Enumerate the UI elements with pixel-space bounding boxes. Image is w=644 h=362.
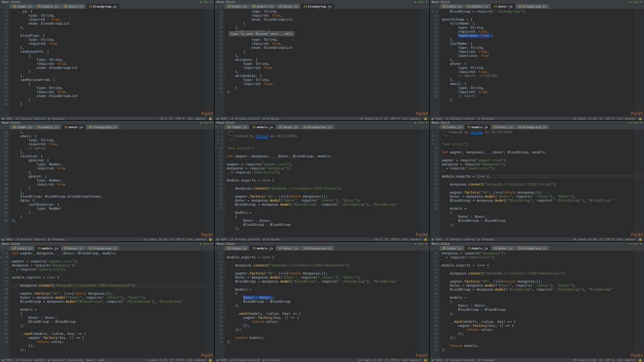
tab-bloodgroup-js[interactable]: JSbloodgroup.js [301, 246, 334, 250]
run-button[interactable]: ▶ Run [200, 242, 209, 245]
minimap[interactable] [420, 130, 429, 237]
terminal-tool[interactable]: ▤ Terminal [478, 238, 495, 241]
git-branch[interactable]: Git: master [402, 238, 420, 241]
tab-donor-js[interactable]: JSdonor.js [491, 125, 515, 129]
code-content[interactable]: BloodGroup = require("./bloodgroup"); do… [440, 9, 644, 116]
code-editor[interactable]: 12 13 14 15 16 17 18 19 20 21 22 23 24 2… [215, 251, 429, 358]
tab-donor-js[interactable]: JSdonor.js [61, 4, 85, 9]
tab-models-js[interactable]: JSmodels.js [35, 4, 61, 9]
code-editor[interactable]: 25 26 27 28 29 30 31 32 33 34 35 36 37 3… [215, 9, 429, 116]
code-content[interactable]: mongoose = require("mongoose"); _ = requ… [440, 251, 644, 358]
todo-tool[interactable]: ▣ TODO [2, 358, 12, 361]
minimap[interactable] [634, 9, 643, 116]
terminal-tool[interactable]: ▤ Terminal [263, 117, 280, 120]
version-control-tool[interactable]: ⎇ Version Control [445, 358, 475, 361]
version-control-tool[interactable]: ⎇ Version Control [15, 238, 45, 241]
version-control-tool[interactable]: ⎇ Version Control [230, 358, 260, 361]
tab-bloodgroup-js[interactable]: JSbloodgroup.js [516, 246, 549, 250]
tab-donor-js[interactable]: JSdonor.js [61, 125, 85, 129]
minimap[interactable] [634, 251, 643, 358]
todo-tool[interactable]: ▣ TODO [432, 358, 442, 361]
run-button[interactable]: ▶ Run [415, 121, 424, 124]
minimap[interactable] [205, 251, 214, 358]
encoding[interactable]: UTF-8 [606, 358, 614, 361]
terminal-tool[interactable]: ▤ Terminal [48, 238, 65, 241]
tab-models-js[interactable]: JSmodels.js [35, 246, 61, 250]
lock-icon[interactable]: 🔒 [638, 358, 642, 361]
tab-models-js[interactable]: JSmodels.js [249, 4, 275, 9]
code-editor[interactable]: 26 27 28 29 30 31 32 33 34 35 36 37 38 3… [0, 130, 214, 237]
code-content[interactable]: /** * Created by chrisp on 24/12/2016. *… [225, 130, 429, 237]
tab-bloodgroup-js[interactable]: JSbloodgroup.js [86, 246, 119, 250]
tab-donor-js[interactable]: JSdonor.js [491, 4, 515, 9]
lock-icon[interactable]: 🔒 [209, 358, 212, 361]
code-content[interactable]: _id: { type: String, required : true, en… [10, 9, 214, 116]
run-button[interactable]: ▶ Run [200, 121, 209, 124]
tab-models-js[interactable]: JSmodels.js [465, 125, 491, 129]
lock-icon[interactable]: 🔒 [638, 238, 642, 241]
search-icon[interactable]: ⌕ [211, 242, 213, 245]
code-editor[interactable]: 10 11 12 13 14 15 16 17 18 19 20 21 22 2… [430, 251, 644, 358]
terminal-tool[interactable]: ▤ Terminal [48, 117, 65, 120]
git-branch[interactable]: Git: master [188, 358, 206, 361]
git-branch[interactable]: Git: master [402, 358, 420, 361]
code-content[interactable]: let wagner, mongoose, _ ,Donor, BloodGro… [10, 251, 214, 358]
code-content[interactable]: * Created by chrisp on 24/12/2016. */ "u… [440, 130, 644, 237]
encoding[interactable]: UTF-8 [176, 358, 185, 361]
search-icon[interactable]: ⌕ [211, 0, 213, 4]
search-icon[interactable]: ⌕ [640, 121, 642, 124]
tab-donor-js[interactable]: JSdonor.js [276, 246, 300, 250]
code-editor[interactable]: 8 9 10 11 12 13 14 15 16 17 18 19 20 21 … [430, 9, 644, 116]
tab-models-js[interactable]: JSmodels.js [465, 4, 491, 9]
tab-donor-js[interactable]: JSdonor.js [61, 246, 85, 250]
run-button[interactable]: ▶ Run [415, 242, 424, 245]
search-icon[interactable]: ⌕ [425, 242, 427, 245]
terminal-tool[interactable]: ▤ Terminal [478, 117, 495, 120]
run-button[interactable]: ▶ Run [629, 121, 638, 124]
terminal-tool[interactable]: ▤ Terminal [263, 238, 280, 241]
line-ending[interactable]: LF [385, 117, 388, 120]
git-branch[interactable]: Git: master [617, 238, 635, 241]
tab-bloodgroup-js[interactable]: JSbloodgroup.js [86, 125, 119, 129]
version-control-tool[interactable]: ⎇ Version Control [445, 238, 475, 241]
tab-bloodgroup-js[interactable]: JSbloodgroup.js [516, 125, 549, 129]
encoding[interactable]: UTF-8 [606, 117, 614, 120]
line-ending[interactable]: LF [385, 358, 388, 361]
minimap[interactable] [420, 251, 429, 358]
code-editor[interactable]: 1 2 3 4 5 6 7 8 9 10 11 12 13 14 15 16 1… [215, 130, 429, 237]
tab-bloodgroup-js[interactable]: JSbloodgroup.js [516, 4, 549, 9]
encoding[interactable]: UTF-8 [391, 238, 400, 241]
search-icon[interactable]: ⌕ [425, 0, 427, 4]
encoding[interactable]: UTF-8 [391, 358, 400, 361]
tab-index-js[interactable]: JSindex.js [225, 125, 249, 129]
tab-index-js[interactable]: JSindex.js [225, 4, 249, 9]
terminal-tool[interactable]: ▤ Terminal [263, 358, 280, 361]
tab-index-js[interactable]: JSindex.js [10, 4, 34, 9]
version-control-tool[interactable]: ⎇ Version Control [15, 117, 45, 120]
code-editor[interactable]: 11 12 13 14 15 16 17 18 19 20 21 22 23 2… [0, 9, 214, 116]
run-button[interactable]: ▶ Run [200, 0, 209, 4]
todo-tool[interactable]: ▣ TODO [217, 117, 227, 120]
todo-tool[interactable]: ▣ TODO [432, 117, 442, 120]
todo-tool[interactable]: ▣ TODO [2, 238, 12, 241]
git-branch[interactable]: Git: master [188, 238, 206, 241]
search-icon[interactable]: ⌕ [425, 121, 427, 124]
version-control-tool[interactable]: ⎇ Version Control [445, 117, 475, 120]
tab-donor-js[interactable]: JSdonor.js [276, 4, 300, 9]
tab-index-js[interactable]: JSindex.js [10, 246, 34, 250]
tab-bloodgroup-js[interactable]: JSbloodgroup.js [301, 125, 334, 129]
encoding[interactable]: UTF-8 [176, 117, 185, 120]
version-control-tool[interactable]: ⎇ Version Control [230, 238, 260, 241]
code-editor[interactable]: 2 3 4 5 6 7 8 9 10 11 12 13 14 15 16 17 … [430, 130, 644, 237]
minimap[interactable] [420, 9, 429, 116]
lock-icon[interactable]: 🔒 [424, 238, 427, 241]
tab-index-js[interactable]: JSindex.js [225, 246, 249, 250]
tab-index-js[interactable]: JSindex.js [440, 246, 464, 250]
search-icon[interactable]: ⌕ [640, 242, 642, 245]
tab-index-js[interactable]: JSindex.js [440, 125, 464, 129]
line-ending[interactable]: LF [385, 238, 388, 241]
code-content[interactable]: }, email: { type: String, required: true… [10, 130, 214, 237]
lock-icon[interactable]: 🔒 [638, 117, 642, 120]
line-ending[interactable]: LF [599, 358, 603, 361]
tab-index-js[interactable]: JSindex.js [440, 4, 464, 9]
